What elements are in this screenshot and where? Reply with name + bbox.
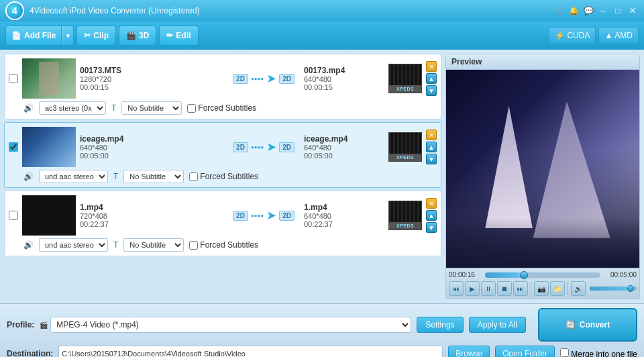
edit-label: Edit	[176, 31, 191, 40]
add-file-dropdown[interactable]: ▼	[62, 26, 74, 46]
file-2-close-btn[interactable]: ✕	[426, 130, 437, 140]
file-2-info: iceage.mp4 640*480 00:05:00	[80, 134, 223, 160]
file-1-forced-text: Forced Subtitles	[198, 103, 256, 113]
file-item-1-top: 00173.MTS 1280*720 00:00:15 2D ●●●● ➤ 2D…	[9, 58, 437, 99]
file-2-output: iceage.mp4 640*480 00:05:00	[304, 134, 384, 160]
add-file-icon: 📄	[11, 31, 21, 40]
volume-fill	[590, 287, 627, 291]
preview-progress-fill	[485, 272, 520, 278]
file-1-down-btn[interactable]: ▼	[426, 85, 437, 96]
file-2-forced-check[interactable]	[189, 172, 198, 181]
file-1-subtitle-select[interactable]: No Subtitle	[121, 101, 182, 115]
profile-select[interactable]: MPEG-4 Video (*.mp4)	[50, 317, 411, 333]
preview-play-button[interactable]: ▶	[465, 281, 480, 296]
file-1-src-res: 1280*720	[80, 75, 223, 83]
preview-stop-button[interactable]: ⏹	[497, 281, 512, 296]
file-2-checkbox[interactable]	[9, 142, 18, 152]
amd-button[interactable]: ▲ AMD	[598, 27, 639, 44]
profile-label: Profile:	[7, 320, 34, 329]
preview-video	[446, 70, 639, 268]
file-1-up-btn[interactable]: ▲	[426, 73, 437, 84]
file-2-audio-select[interactable]: und aac stereo	[39, 170, 108, 183]
file-3-down-btn[interactable]: ▼	[426, 222, 437, 233]
convert-button[interactable]: 🔄 Convert	[538, 308, 637, 342]
open-folder-button[interactable]: Open Folder	[495, 346, 555, 357]
preview-pause-button[interactable]: ⏸	[481, 281, 496, 296]
preview-panel: Preview 00:00:16 00:05:00 ⏮ ▶ ⏸ ⏹ ⏭	[445, 54, 640, 299]
file-1-conv-arrow: 2D ●●●● ➤ 2D	[227, 71, 300, 86]
file-3-up-btn[interactable]: ▲	[426, 210, 437, 221]
file-1-audio-select[interactable]: ac3 stereo (0x	[39, 101, 106, 115]
file-3-name: 1.mp4	[80, 203, 223, 212]
browse-button[interactable]: Browse	[448, 346, 490, 357]
preview-skip-start-button[interactable]: ⏮	[449, 281, 464, 296]
file-item-1: 00173.MTS 1280*720 00:00:15 2D ●●●● ➤ 2D…	[4, 54, 441, 119]
file-3-close-btn[interactable]: ✕	[426, 198, 437, 209]
file-2-side-controls: ✕ ▲ ▼	[426, 130, 437, 164]
file-3-src-res: 720*408	[80, 212, 223, 220]
file-1-side-controls: ✕ ▲ ▼	[426, 61, 437, 96]
file-2-up-btn[interactable]: ▲	[426, 142, 437, 152]
volume-bar[interactable]	[590, 287, 637, 291]
cart-icon[interactable]: 🛒	[553, 5, 565, 17]
file-1-subtitle-icon: T	[111, 103, 116, 113]
preview-divider-2	[568, 282, 568, 295]
preview-skip-end-button[interactable]: ⏭	[513, 281, 528, 296]
title-controls: 🛒 🔔 💬 ─ □ ✕	[553, 5, 639, 17]
profile-select-group: 🎬 MPEG-4 Video (*.mp4)	[40, 317, 411, 333]
file-2-forced-label[interactable]: Forced Subtitles	[189, 172, 258, 181]
bell-icon[interactable]: 🔔	[568, 5, 580, 17]
preview-volume-button[interactable]: 🔊	[571, 281, 586, 296]
destination-input[interactable]	[58, 346, 443, 357]
volume-thumb[interactable]	[627, 285, 634, 292]
cuda-button[interactable]: ⚡ CUDA	[549, 27, 596, 44]
merge-label[interactable]: Merge into one file	[560, 348, 637, 357]
preview-folder-button[interactable]: 📁	[550, 281, 565, 296]
bottom-bar: Profile: 🎬 MPEG-4 Video (*.mp4) Settings…	[0, 303, 644, 357]
file-2-arrow-icon: ➤	[266, 140, 276, 154]
apply-all-button[interactable]: Apply to All	[469, 317, 526, 333]
destination-label: Destination:	[7, 349, 53, 357]
file-3-audio-select[interactable]: und aac stereo	[39, 238, 108, 252]
file-1-checkbox[interactable]	[9, 74, 18, 83]
file-item-3: 1.mp4 720*408 00:22:37 2D ●●●● ➤ 2D 1.mp…	[4, 191, 441, 256]
edit-button[interactable]: ✏ Edit	[159, 26, 199, 46]
preview-screenshot-button[interactable]: 📷	[534, 281, 549, 296]
destination-row: Destination: Browse Open Folder Merge in…	[7, 346, 637, 357]
merge-checkbox[interactable]	[560, 348, 569, 357]
file-3-src-time: 00:22:37	[80, 220, 223, 228]
file-3-forced-label[interactable]: Forced Subtitles	[189, 240, 258, 250]
3d-button[interactable]: 🎬 3D	[119, 26, 156, 46]
file-1-arrow-icon: ➤	[266, 71, 276, 86]
file-3-checkbox[interactable]	[9, 211, 18, 220]
clip-button[interactable]: ✂ Clip	[76, 26, 116, 46]
preview-controls: 00:00:16 00:05:00 ⏮ ▶ ⏸ ⏹ ⏭ 📷 📁 🔊	[446, 268, 639, 299]
file-2-down-btn[interactable]: ▼	[426, 154, 437, 164]
file-1-audio-icon: 🔊	[23, 103, 34, 113]
file-1-dots: ●●●●	[251, 76, 264, 82]
chat-icon[interactable]: 💬	[582, 5, 594, 17]
settings-button[interactable]: Settings	[417, 317, 463, 333]
preview-progress-row: 00:00:16 00:05:00	[449, 271, 637, 278]
maximize-button[interactable]: □	[612, 5, 624, 17]
file-1-src-time: 00:00:15	[80, 83, 223, 91]
add-file-button[interactable]: 📄 Add File	[5, 26, 62, 46]
preview-progress-thumb[interactable]	[520, 271, 528, 279]
file-3-forced-check[interactable]	[189, 241, 198, 250]
convert-icon: 🔄	[566, 320, 576, 329]
file-3-info: 1.mp4 720*408 00:22:37	[80, 203, 223, 228]
file-1-forced-label[interactable]: Forced Subtitles	[187, 103, 256, 113]
file-3-subtitle-select[interactable]: No Subtitle	[123, 238, 184, 252]
edit-icon: ✏	[166, 31, 173, 40]
preview-time-total: 00:05:00	[603, 271, 637, 278]
file-item-3-top: 1.mp4 720*408 00:22:37 2D ●●●● ➤ 2D 1.mp…	[9, 195, 437, 236]
file-1-forced-check[interactable]	[187, 104, 196, 113]
app-title: 4Videosoft iPod Video Converter (Unregis…	[30, 6, 553, 15]
file-3-out-name: 1.mp4	[304, 203, 384, 212]
preview-progress-bar[interactable]	[485, 272, 600, 278]
file-1-close-btn[interactable]: ✕	[426, 61, 437, 72]
minimize-button[interactable]: ─	[597, 5, 609, 17]
file-2-subtitle-select[interactable]: No Subtitle	[123, 170, 184, 183]
close-button[interactable]: ✕	[627, 5, 639, 17]
file-3-xpeds-label: XPEDS	[389, 222, 421, 230]
